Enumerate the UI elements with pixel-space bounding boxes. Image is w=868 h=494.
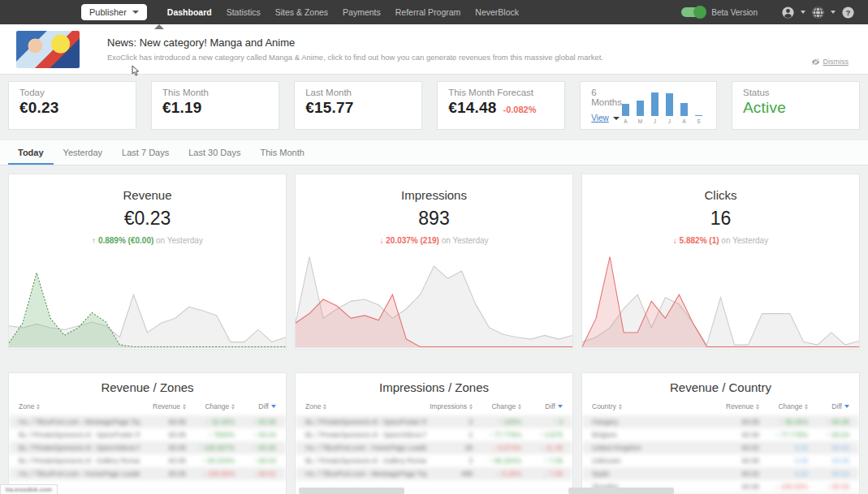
eye-off-icon: [811, 58, 820, 66]
table-cell: ↑ 166.667%: [186, 444, 235, 452]
stat-value: €1.19: [162, 99, 268, 117]
mini-bar: [651, 92, 659, 116]
nav-item-dashboard[interactable]: Dashboard: [160, 0, 219, 24]
table-cell: ↑ 7.05: [521, 457, 563, 465]
table-cell: Spain: [592, 470, 713, 478]
table-row: Hungary€0.05↑ 36.29%↑ €0.06: [582, 415, 859, 428]
column-header-revenue[interactable]: Revenue: [713, 402, 759, 410]
tab-last-30-days[interactable]: Last 30 Days: [179, 140, 250, 165]
mini-bar-label: A: [682, 118, 685, 124]
impressions-chart-panel: Impressions 893 ↓ 20.037% (219) on Yeste…: [295, 174, 573, 350]
stat-label: This Month Forecast: [448, 88, 554, 97]
language-menu-chevron-icon[interactable]: [831, 11, 836, 14]
table-cell: ↑ 0.875: [521, 431, 563, 439]
user-icon[interactable]: [781, 6, 795, 19]
tab-this-month[interactable]: This Month: [250, 140, 313, 165]
table-cell: ↑ €0.04: [808, 431, 849, 439]
impressions-area-chart: [296, 245, 572, 349]
column-header-country[interactable]: Country: [592, 402, 713, 410]
table-header: Country Revenue Change Diff: [582, 400, 859, 415]
stat-card-last-month: Last Month €15.77: [294, 81, 422, 130]
table-header: Zone Impressions Change Diff: [296, 400, 572, 415]
news-body: ExoClick has introduced a new category c…: [107, 53, 603, 62]
column-header-zone[interactable]: Zone: [19, 402, 140, 410]
table-cell: ↑ 50.034%: [186, 457, 235, 465]
globe-icon[interactable]: [811, 6, 825, 19]
nav-item-neverblock[interactable]: NeverBlock: [468, 0, 526, 24]
tab-yesterday[interactable]: Yesterday: [54, 140, 113, 165]
tab-last-7-days[interactable]: Last 7 Days: [112, 140, 179, 165]
mini-bar: [695, 115, 702, 116]
news-thumbnail-image[interactable]: [16, 31, 80, 68]
table-title: Impressions / Zones: [296, 373, 572, 400]
sort-icon: [619, 404, 622, 410]
horizontal-scrollbar[interactable]: [299, 488, 404, 494]
table-cell: €0.05: [140, 444, 186, 452]
nav-item-referral-program[interactable]: Referral Program: [388, 0, 469, 24]
browser-status-bar: ba.exoclick.com: [0, 484, 58, 494]
news-title[interactable]: News: New category! Manga and Anime: [107, 37, 603, 49]
column-header-change[interactable]: Change: [473, 402, 521, 410]
publisher-label: Publisher: [89, 7, 127, 17]
news-text-block: News: New category! Manga and Anime ExoC…: [107, 37, 603, 62]
stat-card-6-months: 6 Months View AMJJAS: [580, 81, 717, 130]
column-header-zone[interactable]: Zone: [305, 402, 426, 410]
chart-value: €0.23: [9, 208, 286, 230]
table-cell: ↑ €0.03: [235, 457, 276, 465]
column-header-revenue[interactable]: Revenue: [140, 402, 186, 410]
stat-card-forecast: This Month Forecast €14.48 -0.082%: [437, 81, 565, 130]
table-cell: €0.05: [713, 483, 759, 491]
nav-item-payments[interactable]: Payments: [335, 0, 388, 24]
table-cell: Ho. / TBoxPort.com - MessagePage Top...: [305, 470, 426, 478]
column-header-change[interactable]: Change: [186, 402, 235, 410]
mouse-cursor: [132, 65, 140, 76]
table-cell: €0.05: [140, 418, 186, 426]
column-header-impressions[interactable]: Impressions: [426, 402, 473, 410]
table-cell: Unknown: [592, 457, 713, 465]
news-banner[interactable]: News: New category! Manga and Anime ExoC…: [0, 24, 868, 75]
chart-title: Impressions: [296, 188, 572, 202]
sort-icon: [37, 404, 40, 410]
table-cell: ↓ 100.00%: [759, 483, 808, 491]
table-body: BL / PrivateSponsors.nl - SpicePoster Re…: [296, 415, 572, 480]
mini-bar-label: M: [638, 118, 642, 124]
table-cell: ↑ 32.35%: [186, 418, 235, 426]
tab-today[interactable]: Today: [8, 140, 54, 165]
table-row: BL / PrivateSponsors.nl - Gallery Remar.…: [296, 454, 572, 467]
chart-change-suffix: on Yesterday: [156, 236, 203, 245]
table-cell: €0.06: [713, 457, 759, 465]
sort-desc-icon: [844, 405, 849, 408]
table-cell: ↑ €0.06: [808, 418, 849, 426]
table-cell: 498: [426, 470, 473, 478]
table-row: Unknown€0.060.06€0.06: [582, 454, 859, 467]
dismiss-link[interactable]: Dismiss: [811, 58, 849, 66]
column-header-diff[interactable]: Diff: [808, 402, 849, 410]
column-header-change[interactable]: Change: [759, 402, 808, 410]
table-cell: ↑ €0.05: [235, 444, 276, 452]
user-menu-chevron-icon[interactable]: [801, 11, 805, 14]
nav-item-sites-zones[interactable]: Sites & Zones: [268, 0, 335, 24]
horizontal-scrollbar[interactable]: [568, 488, 674, 494]
table-cell: €0.05: [713, 418, 759, 426]
charts-row: Revenue €0.23 ↑ 0.889% (€0.00) on Yester…: [0, 165, 868, 350]
view-link[interactable]: View: [591, 114, 620, 122]
top-navbar: Publisher Dashboard Statistics Sites & Z…: [0, 0, 868, 24]
beta-version-toggle[interactable]: [681, 7, 706, 17]
six-months-bar-chart: AMJJAS: [622, 88, 706, 124]
publisher-dropdown[interactable]: Publisher: [81, 4, 147, 20]
chart-title: Revenue: [9, 188, 286, 202]
stat-value: €14.48: [448, 99, 496, 117]
table-cell: 3: [426, 418, 473, 426]
column-header-diff[interactable]: Diff: [521, 402, 563, 410]
table-cell: ↑ €0.06: [235, 418, 276, 426]
table-title: Revenue / Country: [582, 373, 859, 400]
column-header-diff[interactable]: Diff: [235, 402, 276, 410]
mini-bar-column: J: [666, 90, 673, 124]
stat-label: This Month: [162, 88, 268, 97]
stat-value: €15.77: [305, 99, 411, 117]
help-icon[interactable]: ?: [841, 6, 855, 19]
mini-bar-column: J: [651, 90, 659, 124]
table-row: BL / PrivateSponsors.nl - SpicePoster Re…: [296, 415, 572, 428]
table-row: Spain€0.020.02€0.02: [582, 467, 859, 480]
nav-item-statistics[interactable]: Statistics: [219, 0, 268, 24]
